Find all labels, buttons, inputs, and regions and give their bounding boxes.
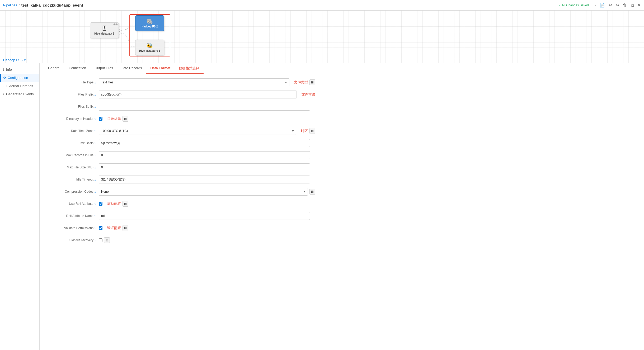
document-icon[interactable]: 📄 [600,3,605,8]
timezone-row: +00:00 UTC (UTC) 时区 ⊞ [99,127,315,135]
dropdown-arrow-icon: ▾ [24,58,26,62]
validate-perms-expand-btn[interactable]: ⊞ [123,225,128,231]
idle-timeout-input[interactable] [99,176,310,183]
timezone-annotation: 时区 [301,129,308,133]
dir-header-expand-btn[interactable]: ⊞ [123,116,128,122]
dir-header-annotation: 目录标题 [107,116,121,121]
hive-metastore-node[interactable]: 🐝 Hive Metastore 1 [135,40,164,55]
dir-header-checkbox[interactable] [99,117,102,121]
pipeline-canvas[interactable]: 🗄 Hive Metadata 1 ①② 🐘 Hadoop FS 2 🐝 Hiv… [0,11,644,63]
tabs-bar: General Connection Output Files Late Rec… [40,63,644,74]
tab-data-format[interactable]: Data Format [146,63,175,74]
idle-timeout-label: Idle Timeout ℹ [46,178,99,181]
hive-meta-label: Hive Metadata 1 [94,32,114,35]
validate-perms-row: 验证配置 ⊞ [99,225,315,231]
copy-icon[interactable]: ⧉ [631,3,634,8]
download-icon: ↓ [3,84,5,88]
tab-data-format-cn[interactable]: 数据格式选择 [175,63,204,74]
tab-general[interactable]: General [44,63,64,74]
files-suffix-input[interactable] [99,103,310,111]
files-prefix-row: 文件前缀 [99,91,315,98]
compression-row: None GZIP BZIP2 ⊞ [99,188,315,196]
hadoop-fs-icon: 🐘 [147,18,153,25]
file-type-expand-btn[interactable]: ⊞ [309,79,315,85]
hive-metadata-node[interactable]: 🗄 Hive Metadata 1 ①② [90,22,119,38]
compression-info-icon[interactable]: ℹ [95,190,96,193]
time-basis-label: Time Basis ℹ [46,141,99,145]
roll-attr-name-label: Roll Attribute Name ℹ [46,214,99,218]
gear-icon: ⚙ [3,76,6,80]
skip-recovery-expand-btn[interactable]: ⊞ [104,237,110,243]
more-options-icon[interactable]: ··· [593,3,596,8]
tab-output-files[interactable]: Output Files [90,63,117,74]
validate-perms-checkbox-wrap [99,226,102,230]
files-prefix-input[interactable] [99,91,297,98]
tab-connection[interactable]: Connection [64,63,90,74]
pipeline-title: test_kafka_cdc2kudu4app_event [21,3,83,7]
use-roll-checkbox[interactable] [99,202,102,206]
close-icon[interactable]: ✕ [637,3,641,8]
compression-label: Compression Codec ℹ [46,190,99,193]
form-row-files-suffix: Files Suffix ℹ [46,102,638,111]
max-records-input[interactable] [99,151,310,159]
files-prefix-label: Files Prefix ℹ [46,93,99,96]
file-type-annotation: 文件类型 [294,80,308,85]
form-row-max-records: Max Records in File ℹ [46,151,638,159]
files-prefix-info-icon[interactable]: ℹ [95,93,96,96]
use-roll-checkbox-wrap [99,202,102,206]
hive-meta-icon: 🗄 [102,26,107,32]
validate-perms-checkbox[interactable] [99,226,102,230]
form-row-validate-perms: Validate Permissions ℹ 验证配置 ⊞ [46,224,638,232]
event-icon: ℹ [3,92,4,96]
skip-recovery-checkbox[interactable] [99,238,102,242]
timezone-select[interactable]: +00:00 UTC (UTC) [99,127,296,135]
undo-icon[interactable]: ↩ [609,3,612,8]
sidebar-item-generated-events[interactable]: ℹ Generated Events [0,90,39,98]
files-prefix-annotation: 文件前缀 [302,92,315,97]
roll-attr-name-info-icon[interactable]: ℹ [95,214,96,218]
selected-node-label[interactable]: Hadoop FS 2 ▾ [3,58,26,62]
tab-late-records[interactable]: Late Records [117,63,146,74]
form-row-roll-attr-name: Roll Attribute Name ℹ [46,212,638,220]
sidebar-item-external-libraries[interactable]: ↓ External Libraries [0,82,39,90]
dir-header-info-icon[interactable]: ℹ [95,117,96,121]
main-content: ℹ Info ⚙ Configuration ↓ External Librar… [0,63,644,350]
time-basis-info-icon[interactable]: ℹ [95,141,96,145]
redo-icon[interactable]: ↪ [616,3,619,8]
file-type-select[interactable]: Text files [99,78,289,86]
validate-perms-info-icon[interactable]: ℹ [95,226,96,230]
hadoop-fs-node[interactable]: 🐘 Hadoop FS 2 [135,15,164,31]
validate-perms-annotation: 验证配置 [107,226,121,230]
time-basis-input[interactable] [99,139,310,147]
hive-store-icon: 🐝 [147,42,153,49]
sidebar-item-configuration[interactable]: ⚙ Configuration [0,74,39,82]
files-suffix-info-icon[interactable]: ℹ [95,105,96,108]
use-roll-info-icon[interactable]: ℹ [95,202,96,206]
max-file-size-info-icon[interactable]: ℹ [95,166,96,169]
compression-select[interactable]: None GZIP BZIP2 [99,188,308,196]
tabs-and-content: General Connection Output Files Late Rec… [40,63,644,350]
skip-recovery-checkbox-wrap [99,238,102,242]
form-row-max-file-size: Max File Size (MB) ℹ [46,163,638,172]
sidebar-item-info[interactable]: ℹ Info [0,65,39,74]
idle-timeout-info-icon[interactable]: ℹ [95,178,96,181]
max-file-size-input[interactable] [99,163,310,171]
topbar-left: Pipelines / test_kafka_cdc2kudu4app_even… [3,3,83,7]
dir-header-checkbox-wrap [99,117,102,121]
dir-header-row: 目录标题 ⊞ [99,116,315,122]
roll-attr-name-input[interactable] [99,212,310,220]
compression-expand-btn[interactable]: ⊞ [309,189,315,195]
hive-store-label: Hive Metastore 1 [139,49,160,53]
file-type-info-icon[interactable]: ℹ [95,81,96,84]
timezone-info-icon[interactable]: ℹ [95,129,96,133]
dir-header-label: Directory in Header ℹ [46,117,99,121]
max-records-info-icon[interactable]: ℹ [95,154,96,157]
use-roll-expand-btn[interactable]: ⊞ [123,201,128,207]
hadoop-fs-label: Hadoop FS 2 [142,25,158,28]
skip-recovery-info-icon[interactable]: ℹ [95,239,96,242]
form-row-compression: Compression Codec ℹ None GZIP BZIP2 ⊞ [46,187,638,196]
trash-icon[interactable]: 🗑 [623,3,627,8]
timezone-expand-btn[interactable]: ⊞ [309,128,315,134]
pipelines-link[interactable]: Pipelines [3,3,17,7]
topbar: Pipelines / test_kafka_cdc2kudu4app_even… [0,0,644,11]
